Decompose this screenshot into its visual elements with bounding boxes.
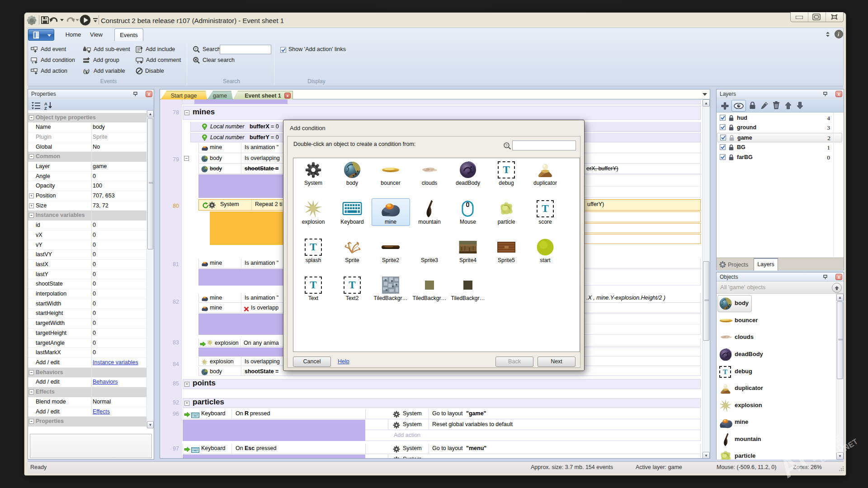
- svg-text:Z: Z: [44, 106, 47, 110]
- svg-text:?: ?: [505, 143, 508, 148]
- svg-text:?: ?: [194, 47, 197, 51]
